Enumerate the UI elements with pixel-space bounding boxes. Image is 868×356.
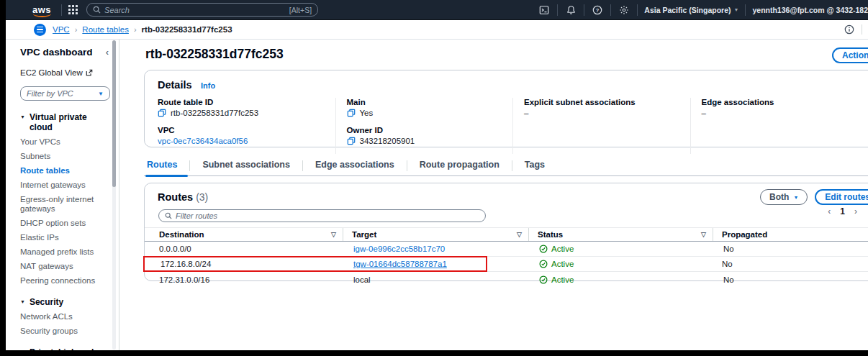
sidebar-item-egress-only-internet-gateways[interactable]: Egress-only internet gateways — [20, 195, 101, 214]
propagated-cell: No — [722, 260, 868, 268]
account-menu[interactable]: yennth136@fpt.com @ 3432-182 — [752, 6, 868, 14]
services-grid-icon[interactable] — [68, 5, 78, 14]
side-menu-toggle[interactable] — [34, 24, 46, 36]
both-filter-select[interactable]: Both ▼ — [760, 189, 808, 205]
breadcrumb-route-tables[interactable]: Route tables — [82, 25, 129, 34]
info-panel-button[interactable] — [844, 24, 854, 35]
column-label: Status — [538, 230, 563, 239]
status-text: Active — [551, 260, 574, 268]
column-label: Propagated — [722, 230, 767, 239]
sidebar-collapse-icon[interactable]: ‹ — [106, 49, 109, 56]
cloudshell-button[interactable] — [538, 5, 551, 15]
sidebar-item-peering-connections[interactable]: Peering connections — [20, 276, 109, 286]
sort-icon[interactable]: ▽ — [701, 231, 706, 238]
column-target[interactable]: Target ▽ — [352, 228, 529, 241]
search-input[interactable] — [104, 6, 289, 14]
divider — [61, 4, 62, 16]
sidebar-item-managed-prefix-lists[interactable]: Managed prefix lists — [20, 247, 109, 257]
sort-icon[interactable]: ▽ — [517, 231, 522, 238]
vpc-filter-select[interactable]: Filter by VPC ▼ — [20, 86, 110, 101]
pagination: ‹ 1 › — [828, 206, 857, 216]
main-value: Yes — [360, 109, 374, 117]
sidebar-section-privatelink[interactable]: ▼ PrivateLink and Lattice — [20, 347, 109, 350]
sidebar-section-vpc[interactable]: ▼ Virtual private cloud — [20, 112, 109, 132]
sidebar-item-subnets[interactable]: Subnets — [20, 152, 109, 161]
tab-tags[interactable]: Tags — [512, 160, 557, 175]
gear-icon — [619, 5, 629, 15]
next-page-icon[interactable]: › — [854, 206, 857, 216]
target-local: local — [353, 275, 371, 284]
copy-icon[interactable] — [158, 109, 166, 117]
explicit-subnet-associations-label: Explicit subnet associations — [524, 98, 683, 106]
actions-button[interactable]: Actions — [832, 47, 868, 63]
column-label: Target — [352, 230, 376, 239]
section-label: Virtual private cloud — [30, 112, 109, 132]
sidebar-item-route-tables[interactable]: Route tables — [20, 166, 109, 175]
search-shortcut: [Alt+S] — [289, 6, 312, 14]
sidebar: VPC dashboard ‹ EC2 Global View Filter b… — [6, 40, 119, 350]
svg-text:?: ? — [596, 6, 600, 13]
section-caret-icon: ▼ — [20, 350, 25, 350]
vpc-link[interactable]: vpc-0ec7c36434aca0f56 — [158, 137, 248, 145]
routes-filter[interactable] — [158, 209, 486, 222]
route-table-id-label: Route table ID — [158, 98, 328, 106]
global-search[interactable]: [Alt+S] — [86, 3, 318, 17]
target-link[interactable]: tgw-01664dc58788787a1 — [353, 260, 447, 268]
column-destination[interactable]: Destination ▽ — [159, 228, 343, 241]
sidebar-item-dhcp-option-sets[interactable]: DHCP option sets — [20, 219, 109, 228]
table-row[interactable]: 172.31.0.0/16 local Active No — [145, 272, 868, 287]
ec2-global-view-label: EC2 Global View — [20, 68, 83, 77]
edge-associations-label: Edge associations — [702, 98, 861, 106]
chevron-right-icon: › — [75, 25, 78, 34]
app-window: aws [Alt+S] — [6, 0, 868, 350]
vpc-filter-placeholder: Filter by VPC — [27, 89, 98, 98]
copy-icon[interactable] — [347, 137, 356, 145]
sidebar-section-security[interactable]: ▼ Security — [20, 297, 109, 307]
tab-routes[interactable]: Routes — [144, 160, 189, 175]
routes-count: (3) — [196, 191, 208, 203]
table-row-highlighted[interactable]: 172.16.8.0/24 tgw-01664dc58788787a1 Acti… — [145, 257, 868, 272]
details-info-link[interactable]: Info — [201, 81, 215, 90]
region-selector[interactable]: Asia Pacific (Singapore) ▼ — [644, 6, 738, 14]
section-caret-icon: ▼ — [20, 299, 25, 307]
column-label: Destination — [159, 230, 204, 239]
tab-route-propagation[interactable]: Route propagation — [407, 160, 512, 175]
column-status[interactable]: Status ▽ — [538, 228, 713, 241]
tab-bar: Routes Subnet associations Edge associat… — [144, 158, 868, 176]
tab-subnet-associations[interactable]: Subnet associations — [190, 160, 302, 175]
breadcrumb-bar: VPC › Route tables › rtb-032258331d77fc2… — [6, 20, 868, 40]
sidebar-item-security-groups[interactable]: Security groups — [20, 327, 109, 336]
sidebar-item-your-vpcs[interactable]: Your VPCs — [20, 137, 109, 147]
sidebar-item-elastic-ips[interactable]: Elastic IPs — [20, 233, 109, 242]
edge-associations-value: – — [702, 109, 706, 117]
breadcrumb-current: rtb-032258331d77fc253 — [142, 25, 232, 34]
tab-edge-associations[interactable]: Edge associations — [303, 160, 407, 175]
divider — [862, 24, 862, 35]
breadcrumb-vpc[interactable]: VPC — [53, 25, 70, 34]
table-row[interactable]: 0.0.0.0/0 igw-0e996c2cc58b17c70 Active N… — [145, 242, 868, 257]
help-icon: ? — [592, 5, 602, 15]
copy-icon[interactable] — [347, 109, 356, 117]
propagated-cell: No — [722, 245, 868, 253]
previous-page-icon[interactable]: ‹ — [828, 206, 831, 216]
caret-down-icon: ▼ — [734, 7, 739, 12]
aws-logo[interactable]: aws — [32, 4, 51, 15]
sidebar-scrollbar[interactable] — [112, 40, 116, 350]
edit-routes-button[interactable]: Edit routes — [815, 189, 868, 205]
routes-filter-input[interactable] — [176, 211, 479, 220]
sidebar-item-internet-gateways[interactable]: Internet gateways — [20, 181, 109, 190]
sidebar-item-network-acls[interactable]: Network ACLs — [20, 312, 109, 321]
sidebar-title[interactable]: VPC dashboard — [20, 47, 93, 58]
sort-icon[interactable]: ▽ — [331, 231, 336, 238]
notifications-button[interactable] — [564, 5, 577, 15]
sidebar-item-ec2-global-view[interactable]: EC2 Global View — [20, 68, 109, 77]
page-title: rtb-032258331d77fc253 — [145, 47, 284, 61]
target-link[interactable]: igw-0e996c2cc58b17c70 — [353, 245, 445, 253]
page-number[interactable]: 1 — [840, 206, 845, 216]
breadcrumb: VPC › Route tables › rtb-032258331d77fc2… — [46, 25, 232, 34]
help-button[interactable]: ? — [591, 5, 604, 15]
main-label: Main — [347, 98, 506, 106]
sidebar-item-nat-gateways[interactable]: NAT gateways — [20, 262, 109, 271]
settings-button[interactable] — [618, 5, 630, 15]
scrollbar-thumb[interactable] — [112, 40, 116, 187]
